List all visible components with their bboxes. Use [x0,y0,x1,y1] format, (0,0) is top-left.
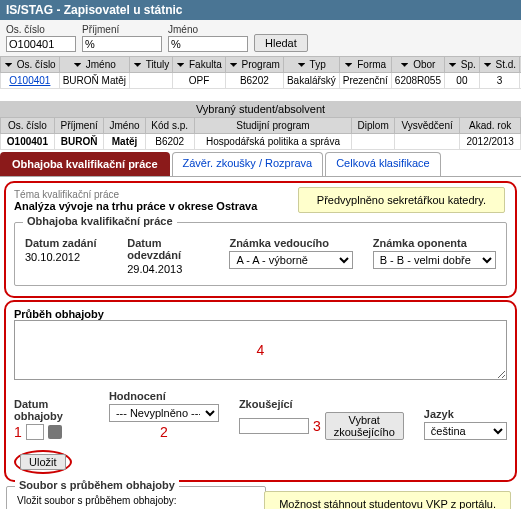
sel-col-kod: Kód s.p. [145,118,194,134]
vybrat-zkousejiciho-button[interactable]: Vybrat zkoušejícího [325,412,404,440]
prijmeni-input[interactable] [82,36,162,52]
prubeh-legend: Průběh obhajoby [14,308,104,320]
sel-diplom [352,134,395,150]
datum-odevzdani-value: 29.04.2013 [127,263,209,275]
cell-std: 3 [479,73,519,89]
znamka-oponenta-select[interactable]: B - B - velmi dobře [373,251,496,269]
results-table: ⏷ Os. číslo ⏷ Jméno ⏷ Tituly ⏷ Fakulta ⏷… [0,56,521,89]
os-cislo-link[interactable]: O100401 [9,75,50,86]
table-row: O100401 BUROŇ Matěj B6202 Hospodářská po… [1,134,521,150]
hodnoceni-label: Hodnocení [109,390,219,402]
jazyk-select[interactable]: čeština [424,422,507,440]
sel-col-program: Studijní program [194,118,352,134]
datum-zadani-label: Datum zadání [25,237,107,249]
callout-vkp: Možnost stáhnout studentovu VKP z portál… [264,491,511,509]
fieldset-soubor: Soubor s průběhem obhajoby Vložit soubor… [6,486,266,509]
sel-rok: 2012/2013 [460,134,521,150]
prijmeni-label: Příjmení [82,24,162,35]
search-button[interactable]: Hledat [254,34,308,52]
znamka-vedouciho-select[interactable]: A - A - výborně [229,251,352,269]
datum-obhajoby-input[interactable] [26,424,44,440]
legend-obhajoba: Obhajoba kvalifikační práce [23,215,177,227]
col-os-cislo[interactable]: ⏷ Os. číslo [1,57,60,73]
annotation-num-1: 1 [14,424,22,440]
col-jmeno[interactable]: ⏷ Jméno [59,57,129,73]
fieldset-obhajoba: Obhajoba kvalifikační práce Datum zadání… [14,222,507,286]
col-tituly[interactable]: ⏷ Tituly [130,57,173,73]
col-fakulta[interactable]: ⏷ Fakulta [173,57,226,73]
col-forma[interactable]: ⏷ Forma [339,57,391,73]
datum-obhajoby-label: Datum obhajoby [14,398,89,422]
znamka-oponenta-label: Známka oponenta [373,237,496,249]
col-std[interactable]: ⏷ St.d. [479,57,519,73]
annotation-save-circle: Uložit [14,450,72,474]
zkousejici-label: Zkoušející [239,398,404,410]
annotation-box-1: Téma kvalifikační práce Analýza vývoje n… [4,181,517,298]
tab-klasifikace[interactable]: Celková klasifikace [325,152,441,176]
tab-bar: Obhajoba kvalifikační práce Závěr. zkouš… [0,152,521,177]
selected-heading: Vybraný student/absolvent [0,101,521,117]
calendar-icon[interactable] [48,425,62,439]
cell-typ: Bakalářský [283,73,339,89]
sel-col-prijmeni: Příjmení [54,118,103,134]
annotation-num-2: 2 [109,424,219,440]
legend-soubor: Soubor s průběhem obhajoby [15,479,179,491]
tab-obhajoba[interactable]: Obhajoba kvalifikační práce [0,152,170,176]
cell-program: B6202 [225,73,283,89]
hodnoceni-select[interactable]: --- Nevyplněno --- [109,404,219,422]
jmeno-input[interactable] [168,36,248,52]
fieldset-prubeh: Průběh obhajoby 4 Datum obhajoby 1 Hodno… [14,308,507,474]
sel-vysved [394,134,459,150]
selected-table: Os. číslo Příjmení Jméno Kód s.p. Studij… [0,117,521,150]
cell-forma: Prezenční [339,73,391,89]
datum-odevzdani-label: Datum odevzdání [127,237,209,261]
jmeno-label: Jméno [168,24,248,35]
ulozit-button[interactable]: Uložit [20,454,66,470]
cell-obor: 6208R055 [391,73,444,89]
col-sp[interactable]: ⏷ Sp. [445,57,480,73]
cell-jmeno: BUROŇ Matěj [59,73,129,89]
tab-zaver[interactable]: Závěr. zkoušky / Rozprava [172,152,324,176]
os-cislo-label: Os. číslo [6,24,76,35]
soubor-hint: Vložit soubor s průběhem obhajoby: [17,495,255,506]
znamka-vedouciho-label: Známka vedoucího [229,237,352,249]
sel-kod: B6202 [145,134,194,150]
sel-col-vysved: Vysvědčení [394,118,459,134]
sel-jmeno: Matěj [104,134,145,150]
sel-os: O100401 [1,134,55,150]
annotation-num-3: 3 [313,418,321,434]
callout-predvyplneno: Předvyplněno sekretářkou katedry. [298,187,505,213]
sel-col-os: Os. číslo [1,118,55,134]
os-cislo-input[interactable] [6,36,76,52]
sel-col-jmeno: Jméno [104,118,145,134]
cell-fakulta: OPF [173,73,226,89]
jazyk-label: Jazyk [424,408,507,420]
sel-col-diplom: Diplom [352,118,395,134]
col-program[interactable]: ⏷ Program [225,57,283,73]
sel-col-rok: Akad. rok [460,118,521,134]
sel-prijmeni: BUROŇ [54,134,103,150]
window-title: IS/STAG - Zapisovatel u státnic [0,0,521,20]
zkousejici-input[interactable] [239,418,309,434]
sel-program: Hospodářská politika a správa [194,134,352,150]
col-obor[interactable]: ⏷ Obor [391,57,444,73]
col-typ[interactable]: ⏷ Typ [283,57,339,73]
cell-tituly [130,73,173,89]
datum-zadani-value: 30.10.2012 [25,251,107,263]
annotation-num-4: 4 [257,342,265,358]
cell-sp: 00 [445,73,480,89]
search-bar: Os. číslo Příjmení Jméno Hledat [0,20,521,56]
table-row[interactable]: O100401 BUROŇ Matěj OPF B6202 Bakalářský… [1,73,522,89]
annotation-box-2: Průběh obhajoby 4 Datum obhajoby 1 Hodno… [4,300,517,482]
